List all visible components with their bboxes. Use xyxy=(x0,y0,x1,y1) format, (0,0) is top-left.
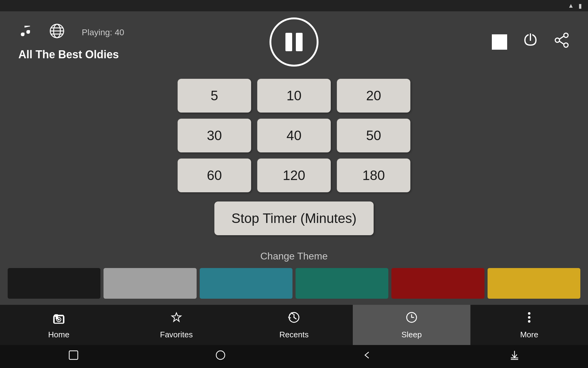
status-bar-right: ▲ ▮ xyxy=(568,2,582,10)
theme-black[interactable] xyxy=(8,268,100,299)
theme-dark-teal[interactable] xyxy=(296,268,388,299)
home-icon xyxy=(52,310,66,328)
bottom-nav: Home Favorites Recents xyxy=(0,305,588,345)
stop-icon[interactable] xyxy=(492,34,507,50)
sleep-icon xyxy=(405,310,419,328)
theme-gray[interactable] xyxy=(104,268,196,299)
svg-point-22 xyxy=(528,320,530,323)
nav-favorites[interactable]: Favorites xyxy=(118,305,235,345)
home-btn[interactable] xyxy=(206,347,235,366)
svg-line-9 xyxy=(559,36,564,39)
nav-home-label: Home xyxy=(48,330,69,339)
favorites-icon xyxy=(169,310,183,328)
timer-grid: 5 10 20 30 40 50 60 120 180 xyxy=(178,79,410,192)
pause-button[interactable] xyxy=(270,17,318,67)
theme-dark-red[interactable] xyxy=(391,268,484,299)
nav-recents-label: Recents xyxy=(279,330,308,339)
theme-yellow[interactable] xyxy=(488,268,580,299)
timer-btn-30[interactable]: 30 xyxy=(178,119,251,152)
header-icons: Playing: 40 xyxy=(18,23,124,42)
svg-point-7 xyxy=(564,43,568,47)
wifi-icon: ▲ xyxy=(568,2,574,10)
battery-icon: ▮ xyxy=(579,2,582,10)
music-icon[interactable] xyxy=(18,23,34,42)
nav-home[interactable]: Home xyxy=(0,305,118,345)
header: Playing: 40 All The Best Oldies xyxy=(0,11,588,73)
timer-btn-5[interactable]: 5 xyxy=(178,79,251,113)
recents-icon xyxy=(287,310,301,328)
globe-icon[interactable] xyxy=(49,23,65,42)
back-btn[interactable] xyxy=(353,347,382,366)
header-right xyxy=(492,32,570,52)
svg-rect-23 xyxy=(69,351,78,359)
nav-recents[interactable]: Recents xyxy=(235,305,353,345)
nav-sleep-label: Sleep xyxy=(401,330,422,339)
pause-icon xyxy=(285,33,303,51)
download-btn[interactable] xyxy=(500,347,529,366)
svg-point-21 xyxy=(528,316,530,319)
nav-sleep[interactable]: Sleep xyxy=(353,305,470,345)
timer-btn-180[interactable]: 180 xyxy=(337,159,410,192)
change-theme-label: Change Theme xyxy=(260,251,328,262)
pause-bar-left xyxy=(285,33,292,51)
theme-teal[interactable] xyxy=(200,268,292,299)
more-icon xyxy=(522,310,536,328)
timer-btn-10[interactable]: 10 xyxy=(257,79,331,113)
android-nav xyxy=(0,345,588,368)
pause-button-container xyxy=(270,17,318,67)
share-icon[interactable] xyxy=(554,32,570,52)
timer-btn-20[interactable]: 20 xyxy=(337,79,410,113)
nav-more-label: More xyxy=(520,330,538,339)
content-area: 5 10 20 30 40 50 60 120 180 Stop Timer (… xyxy=(0,73,588,305)
recent-apps-btn[interactable] xyxy=(59,347,88,366)
nav-favorites-label: Favorites xyxy=(160,330,193,339)
timer-btn-60[interactable]: 60 xyxy=(178,159,251,192)
svg-point-17 xyxy=(58,319,60,320)
header-left: Playing: 40 All The Best Oldies xyxy=(18,23,124,61)
svg-point-6 xyxy=(564,33,568,37)
status-bar: ▲ ▮ xyxy=(0,0,588,11)
timer-btn-50[interactable]: 50 xyxy=(337,119,410,152)
timer-btn-120[interactable]: 120 xyxy=(257,159,331,192)
theme-colors xyxy=(0,268,588,299)
station-name: All The Best Oldies xyxy=(18,48,124,61)
timer-btn-40[interactable]: 40 xyxy=(257,119,331,152)
power-icon[interactable] xyxy=(522,32,538,52)
nav-more[interactable]: More xyxy=(470,305,588,345)
main-content: Playing: 40 All The Best Oldies xyxy=(0,11,588,305)
svg-point-20 xyxy=(528,312,530,315)
svg-point-24 xyxy=(216,351,225,359)
stop-timer-button[interactable]: Stop Timer (Minutes) xyxy=(214,201,374,235)
pause-bar-right xyxy=(296,33,303,51)
playing-text: Playing: 40 xyxy=(82,28,124,37)
svg-point-8 xyxy=(555,38,560,42)
svg-line-10 xyxy=(559,41,564,44)
